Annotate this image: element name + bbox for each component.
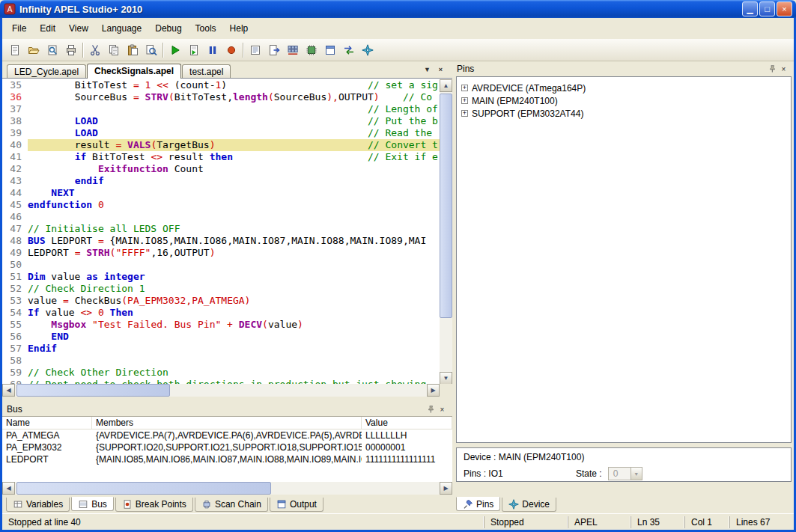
table-row[interactable]: PA_EPM3032{SUPPORT.IO20,SUPPORT.IO21,SUP…	[2, 441, 452, 453]
title-bar[interactable]: A Infinity APEL Studio+ 2010 ▁ □ ×	[0, 0, 796, 18]
expand-icon[interactable]: +	[461, 110, 468, 117]
stop-button[interactable]	[222, 41, 240, 59]
code-line[interactable]: 59// Check Other Direction	[2, 367, 440, 379]
line-number[interactable]: 37	[2, 103, 28, 115]
find-button[interactable]	[142, 41, 160, 59]
line-number[interactable]: 55	[2, 319, 28, 331]
editor-vertical-scrollbar[interactable]: ▲ ▼	[440, 79, 452, 385]
scrollbar-thumb[interactable]	[16, 384, 170, 397]
code-line[interactable]: 55 Msgbox "Test Failed. Bus Pin" + DECV(…	[2, 319, 440, 331]
menu-tools[interactable]: Tools	[189, 20, 223, 37]
scroll-right-button[interactable]: ▶	[440, 482, 452, 495]
tab-close-button[interactable]: ×	[435, 64, 446, 75]
code-line[interactable]: 39 LOAD // Read the	[2, 127, 440, 139]
code-line[interactable]: 54If value <> 0 Then	[2, 307, 440, 319]
open-button[interactable]	[24, 41, 43, 59]
table-row[interactable]: PA_ATMEGA{AVRDEVICE.PA(7),AVRDEVICE.PA(6…	[2, 429, 452, 441]
scroll-left-button[interactable]: ◀	[2, 482, 15, 495]
close-icon[interactable]: ×	[778, 64, 789, 74]
column-header-members[interactable]: Members	[92, 417, 362, 429]
tab-output[interactable]: Output	[270, 498, 323, 512]
tab-variables[interactable]: Variables	[6, 498, 70, 512]
table-row[interactable]: LEDPORT{MAIN.IO85,MAIN.IO86,MAIN.IO87,MA…	[2, 453, 452, 465]
line-number[interactable]: 54	[2, 307, 28, 319]
scrollbar-track[interactable]	[440, 92, 452, 372]
code-line[interactable]: 37 // Length of	[2, 103, 440, 115]
line-number[interactable]: 59	[2, 367, 28, 379]
code-line[interactable]: 53value = CheckBus(PA_EPM3032,PA_ATMEGA)	[2, 295, 440, 307]
menu-view[interactable]: View	[62, 20, 95, 37]
line-number[interactable]: 40	[2, 139, 28, 151]
menu-help[interactable]: Help	[223, 20, 255, 37]
bus-horizontal-scrollbar[interactable]: ◀ ▶	[2, 482, 452, 495]
tree-item-support[interactable]: +SUPPORT (EPM3032AT44)	[461, 107, 791, 120]
scroll-left-button[interactable]: ◀	[2, 384, 15, 397]
output-button[interactable]	[246, 41, 264, 59]
export-button[interactable]	[264, 41, 283, 59]
tab-list-button[interactable]: ▼	[422, 64, 433, 75]
run-button[interactable]	[165, 41, 184, 59]
scrollbar-thumb[interactable]	[440, 94, 452, 318]
code-editor[interactable]: 35 BitToTest = 1 << (count-1) // set a s…	[2, 78, 452, 397]
scroll-down-button[interactable]: ▼	[440, 372, 452, 385]
code-line[interactable]: 58	[2, 355, 440, 367]
scroll-up-button[interactable]: ▲	[440, 79, 452, 92]
editor-horizontal-scrollbar[interactable]: ◀ ▶	[2, 384, 440, 397]
cut-button[interactable]	[85, 41, 104, 59]
line-number[interactable]: 45	[2, 199, 28, 211]
close-icon[interactable]: ×	[437, 404, 448, 415]
code-line[interactable]: 38 LOAD // Put the b	[2, 115, 440, 127]
editor-tab-checksignals-apel[interactable]: CheckSignals.apel	[87, 64, 181, 79]
menu-debug[interactable]: Debug	[148, 20, 188, 37]
code-line[interactable]: 46	[2, 211, 440, 223]
menu-edit[interactable]: Edit	[33, 20, 62, 37]
device-button[interactable]	[358, 41, 377, 59]
copy-button[interactable]	[104, 41, 123, 59]
code-line[interactable]: 48BUS LEDPORT = {MAIN.IO85,MAIN.IO86,MAI…	[2, 235, 440, 247]
tab-pins[interactable]: Pins	[456, 497, 500, 511]
menu-file[interactable]: File	[5, 20, 33, 37]
scrollbar-thumb[interactable]	[16, 482, 271, 495]
code-line[interactable]: 44 NEXT	[2, 187, 440, 199]
line-number[interactable]: 39	[2, 127, 28, 139]
pin-icon[interactable]	[425, 404, 437, 415]
preview-button[interactable]	[43, 41, 61, 59]
code-line[interactable]: 41 if BitToTest <> result then // Exit i…	[2, 151, 440, 163]
state-dropdown[interactable]: 0 ▼	[608, 467, 642, 480]
code-line[interactable]: 45endfunction 0	[2, 199, 440, 211]
scroll-right-button[interactable]: ▶	[427, 384, 440, 397]
code-line[interactable]: 52// Check Direction 1	[2, 283, 440, 295]
line-number[interactable]: 60	[2, 379, 28, 384]
line-number[interactable]: 56	[2, 331, 28, 343]
code-line[interactable]: 35 BitToTest = 1 << (count-1) // set a s…	[2, 79, 440, 91]
code-line[interactable]: 60// Dont need to check both directions …	[2, 379, 440, 384]
code-line[interactable]: 49LEDPORT = STRH("FFFF",16,OUTPUT)	[2, 247, 440, 259]
maximize-button[interactable]: □	[759, 1, 775, 16]
tab-scan-chain[interactable]: Scan Chain	[195, 498, 268, 512]
print-button[interactable]	[61, 41, 80, 59]
tab-break-points[interactable]: Break Points	[115, 498, 193, 512]
editor-tab-led-cycle-apel[interactable]: LED_Cycle.apel	[7, 64, 86, 78]
board-button[interactable]	[302, 41, 320, 59]
line-number[interactable]: 51	[2, 271, 28, 283]
code-line[interactable]: 43 endif	[2, 175, 440, 187]
pause-button[interactable]	[203, 41, 222, 59]
line-number[interactable]: 57	[2, 343, 28, 355]
line-number[interactable]: 43	[2, 175, 28, 187]
tree-item-avrdevice[interactable]: +AVRDEVICE (ATmega164P)	[461, 82, 791, 94]
line-number[interactable]: 36	[2, 91, 28, 103]
code-line[interactable]: 50	[2, 259, 440, 271]
expand-icon[interactable]: +	[461, 97, 468, 104]
scrollbar-track[interactable]	[15, 482, 440, 495]
minimize-button[interactable]: ▁	[742, 1, 758, 16]
code-line[interactable]: 56 END	[2, 331, 440, 343]
code-line[interactable]: 40 result = VALS(TargetBus) // Convert t	[2, 139, 440, 151]
line-number[interactable]: 49	[2, 247, 28, 259]
tab-device[interactable]: Device	[502, 498, 556, 512]
close-button[interactable]: ×	[777, 1, 792, 16]
scan-button[interactable]	[283, 41, 302, 59]
line-number[interactable]: 46	[2, 211, 28, 223]
code-line[interactable]: 36 SourceBus = STRV(BitToTest,length(Sou…	[2, 91, 440, 103]
line-number[interactable]: 50	[2, 259, 28, 271]
column-header-value[interactable]: Value	[362, 417, 452, 429]
